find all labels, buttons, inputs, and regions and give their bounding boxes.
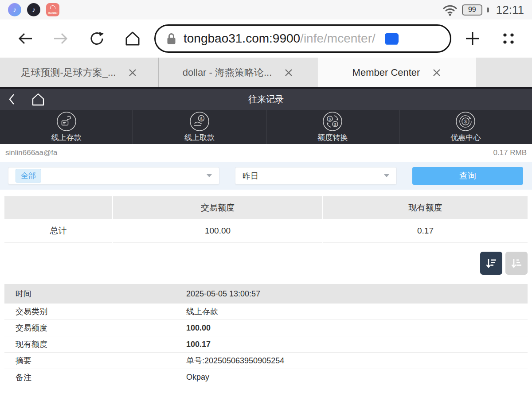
- detail-label: 备注: [4, 372, 186, 383]
- nav-item-online-withdraw[interactable]: $ 线上取款: [133, 110, 266, 144]
- tab-dollar[interactable]: dollar - 海燕策略论...: [159, 58, 317, 87]
- tab-member-center[interactable]: Member Center: [317, 58, 476, 87]
- date-range-select[interactable]: 昨日: [235, 167, 397, 185]
- hand-card-icon: [56, 111, 77, 132]
- detail-label: 现有额度: [4, 339, 186, 350]
- sort-descending-button[interactable]: [480, 252, 502, 275]
- total-label: 总计: [4, 219, 112, 243]
- back-button[interactable]: [16, 32, 34, 45]
- chevron-down-icon: [207, 174, 212, 177]
- browser-toolbar: tongbao31.com:9900 /infe/mcenter/: [0, 19, 532, 58]
- home-outline-icon: [31, 93, 45, 106]
- page-title: 往来记录: [0, 93, 532, 105]
- close-icon[interactable]: [432, 68, 441, 77]
- selected-date: 昨日: [243, 171, 258, 181]
- nav-item-label: 线上取款: [184, 132, 215, 143]
- detail-value: 单号:202505063950905254: [186, 355, 528, 366]
- tiktok-app-icon: ♪: [27, 3, 40, 16]
- transaction-type-select[interactable]: 全部: [8, 167, 219, 185]
- new-tab-button[interactable]: [465, 31, 481, 47]
- close-icon[interactable]: [128, 68, 137, 77]
- tab-title: 足球预测-足球方案_...: [21, 66, 116, 79]
- hand-dollar-icon: $: [189, 111, 210, 132]
- chevron-down-icon: [384, 174, 389, 177]
- filter-bar: 全部 昨日 查询: [0, 162, 532, 190]
- tab-title: Member Center: [352, 67, 420, 78]
- detail-row-summary: 摘要 单号:202505063950905254: [4, 353, 528, 369]
- detail-row-time: 时间 2025-05-05 13:00:57: [4, 284, 528, 304]
- summary-header-row: 交易额度 现有额度: [4, 196, 528, 219]
- home-icon: [124, 31, 141, 47]
- tab-bar-filler: [476, 58, 532, 87]
- url-path: /infe/mcenter/: [300, 31, 382, 46]
- desktop-mode-icon[interactable]: [385, 33, 399, 44]
- tab-title: dollar - 海燕策略论...: [183, 66, 272, 79]
- page-back-button[interactable]: [8, 93, 15, 105]
- url-host: tongbao31.com:9900: [184, 31, 300, 46]
- forward-button[interactable]: [52, 32, 70, 45]
- page-header: 往来记录: [0, 89, 532, 110]
- plus-icon: [465, 31, 481, 47]
- svg-text:$: $: [465, 119, 467, 124]
- url-bar[interactable]: tongbao31.com:9900 /infe/mcenter/: [154, 24, 451, 53]
- detail-label: 时间: [4, 288, 186, 299]
- menu-button[interactable]: [501, 31, 516, 46]
- detail-value: 线上存款: [186, 306, 528, 317]
- svg-text:$: $: [200, 117, 202, 121]
- exchange-coins-icon: $ $: [322, 111, 343, 132]
- wifi-icon: [442, 4, 458, 16]
- notification-icons: ♪ ♪ HUAWEI: [8, 3, 59, 16]
- detail-label: 交易额度: [4, 323, 186, 333]
- back-arrow-icon: [16, 32, 34, 45]
- total-balance: 0.17: [323, 219, 528, 243]
- detail-value: 100.00: [186, 323, 528, 333]
- four-dots-menu-icon: [501, 31, 516, 46]
- battery-icon: 99: [462, 4, 482, 16]
- forward-arrow-icon: [52, 32, 70, 45]
- sort-descending-icon: [485, 257, 498, 269]
- page-home-button[interactable]: [31, 93, 45, 106]
- clock: 12:11: [496, 3, 524, 17]
- status-indicators: 99 12:11: [442, 3, 524, 17]
- query-button[interactable]: 查询: [412, 167, 523, 185]
- tab-bar: 足球预测-足球方案_... dollar - 海燕策略论... Member C…: [0, 58, 532, 87]
- summary-header-empty: [4, 196, 112, 219]
- nav-item-quota-transfer[interactable]: $ $ 额度转换: [266, 110, 399, 144]
- detail-value: Okpay: [186, 373, 528, 382]
- detail-row-type: 交易类别 线上存款: [4, 304, 528, 320]
- sort-toolbar: [4, 252, 528, 275]
- reload-icon: [89, 30, 106, 47]
- nav-item-online-deposit[interactable]: 线上存款: [0, 110, 133, 144]
- appgallery-label: HUAWEI: [48, 12, 57, 14]
- battery-level: 99: [468, 6, 476, 14]
- balance: 0.17 RMB: [493, 148, 527, 157]
- detail-row-balance: 现有额度 100.17: [4, 336, 528, 353]
- home-button[interactable]: [124, 31, 141, 47]
- quick-nav: 线上存款 $ 线上取款 $ $: [0, 110, 532, 144]
- detail-value: 100.17: [186, 340, 528, 349]
- total-transaction: 100.00: [113, 219, 322, 243]
- detail-row-remark: 备注 Okpay: [4, 369, 528, 385]
- nav-item-label: 额度转换: [317, 132, 348, 143]
- tab-football[interactable]: 足球预测-足球方案_...: [0, 58, 159, 87]
- sort-ascending-button[interactable]: [505, 252, 528, 275]
- nav-item-promo-center[interactable]: $ 优惠中心: [399, 110, 532, 144]
- summary-total-row: 总计 100.00 0.17: [4, 219, 528, 243]
- summary-header-balance: 现有额度: [323, 196, 528, 219]
- summary-table: 交易额度 现有额度 总计 100.00 0.17: [4, 196, 528, 243]
- nav-item-label: 优惠中心: [450, 132, 481, 143]
- detail-row-amount: 交易额度 100.00: [4, 320, 528, 336]
- music-note-glyph: ♪: [13, 6, 16, 14]
- selected-type-tag: 全部: [16, 169, 41, 183]
- sort-ascending-icon: [510, 257, 523, 269]
- music-app-icon: ♪: [8, 3, 21, 16]
- close-icon[interactable]: [284, 68, 293, 77]
- username: sinlin666aa@fa: [5, 148, 57, 157]
- status-bar: ♪ ♪ HUAWEI 99 12:11: [0, 0, 532, 19]
- lock-icon[interactable]: [166, 32, 176, 45]
- svg-text:$: $: [334, 122, 336, 127]
- tiktok-note-glyph: ♪: [32, 6, 35, 14]
- battery-tip: [487, 8, 489, 12]
- coin-cycle-icon: $: [455, 111, 476, 132]
- reload-button[interactable]: [89, 30, 106, 47]
